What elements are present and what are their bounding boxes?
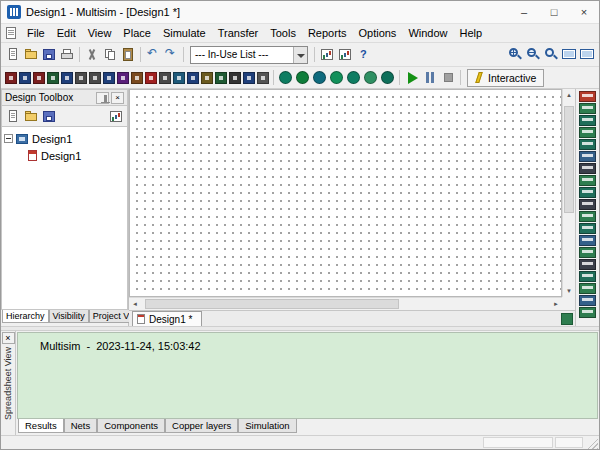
new-schematic-button[interactable] [5, 109, 21, 124]
place-mcu-button[interactable] [229, 72, 241, 84]
save-button[interactable] [41, 47, 57, 62]
scroll-left-icon[interactable]: ◄ [129, 298, 141, 310]
differential-voltage-probe-button[interactable] [330, 71, 343, 84]
digital-probe-button[interactable] [381, 71, 394, 84]
chevron-down-icon[interactable] [293, 47, 307, 63]
menu-item-simulate[interactable]: Simulate [157, 25, 212, 41]
cut-button[interactable] [84, 47, 100, 62]
menu-item-file[interactable]: File [21, 25, 51, 41]
toolbox-options-button[interactable] [108, 109, 124, 124]
open-file-button[interactable] [23, 47, 39, 62]
place-mixed-button[interactable] [117, 72, 129, 84]
word-generator-button[interactable] [579, 175, 596, 186]
menu-item-window[interactable]: Window [402, 25, 453, 41]
network-analyzer-button[interactable] [579, 247, 596, 258]
menu-item-tools[interactable]: Tools [264, 25, 302, 41]
open-design-button[interactable] [23, 109, 39, 124]
undo-button[interactable] [145, 47, 161, 62]
agilent-oscilloscope-button[interactable] [579, 283, 596, 294]
place-transistor-button[interactable] [47, 72, 59, 84]
close-button[interactable]: × [569, 1, 599, 23]
voltage-current-probe-button[interactable] [347, 71, 360, 84]
menu-item-help[interactable]: Help [454, 25, 489, 41]
frequency-counter-button[interactable] [579, 163, 596, 174]
place-basic-button[interactable] [19, 72, 31, 84]
place-advanced-peripherals-button[interactable] [173, 72, 185, 84]
collapse-icon[interactable] [4, 134, 13, 143]
function-generator-button[interactable] [579, 103, 596, 114]
four-channel-oscilloscope-button[interactable] [579, 139, 596, 150]
place-bus-button[interactable] [257, 72, 269, 84]
help-button[interactable] [355, 47, 371, 62]
close-icon[interactable]: × [111, 92, 124, 104]
save-design-button[interactable] [41, 109, 57, 124]
place-source-button[interactable] [5, 72, 17, 84]
horizontal-scrollbar[interactable]: ◄ ► [129, 297, 562, 310]
place-indicator-button[interactable] [131, 72, 143, 84]
spectrum-analyzer-button[interactable] [579, 235, 596, 246]
menu-item-reports[interactable]: Reports [302, 25, 353, 41]
tab-results[interactable]: Results [18, 419, 64, 433]
tab-visibility[interactable]: Visibility [49, 310, 89, 323]
grapher-button[interactable] [319, 47, 335, 62]
reference-probe-button[interactable] [364, 71, 377, 84]
vertical-scroll-thumb[interactable] [564, 106, 574, 213]
bode-plotter-button[interactable] [579, 151, 596, 162]
schematic-canvas[interactable] [129, 89, 562, 297]
stop-simulation-button[interactable] [440, 70, 456, 85]
analyses-button[interactable] [337, 47, 353, 62]
place-cmos-button[interactable] [89, 72, 101, 84]
menu-item-transfer[interactable]: Transfer [212, 25, 265, 41]
agilent-function-generator-button[interactable] [579, 259, 596, 270]
document-icon[interactable] [6, 27, 16, 39]
redo-button[interactable] [163, 47, 179, 62]
wattmeter-button[interactable] [579, 115, 596, 126]
iv-analyzer-button[interactable] [579, 211, 596, 222]
menu-item-place[interactable]: Place [117, 25, 157, 41]
place-connector-button[interactable] [215, 72, 227, 84]
tab-copper-layers[interactable]: Copper layers [165, 419, 238, 433]
tab-hierarchy[interactable]: Hierarchy [2, 310, 49, 323]
scroll-down-icon[interactable]: ▼ [563, 285, 575, 297]
horizontal-scroll-thumb[interactable] [145, 299, 399, 309]
new-file-button[interactable] [5, 47, 21, 62]
interactive-simulation-button[interactable]: Interactive [467, 69, 544, 87]
multimeter-button[interactable] [579, 91, 596, 102]
place-misc-digital-button[interactable] [103, 72, 115, 84]
paste-button[interactable] [120, 47, 136, 62]
zoom-area-button[interactable] [543, 47, 559, 62]
run-simulation-button[interactable] [404, 70, 420, 85]
tab-components[interactable]: Components [97, 419, 165, 433]
menu-item-options[interactable]: Options [352, 25, 402, 41]
horizontal-scroll-track[interactable] [141, 298, 550, 310]
place-ttl-button[interactable] [75, 72, 87, 84]
copy-button[interactable] [102, 47, 118, 62]
tree-node-design1-sheet[interactable]: Design1 [4, 147, 125, 164]
vertical-scrollbar[interactable]: ▲ ▼ [562, 89, 575, 297]
power-probe-button[interactable] [313, 71, 326, 84]
tab-simulation[interactable]: Simulation [238, 419, 296, 433]
vertical-scroll-track[interactable] [563, 101, 575, 285]
oscilloscope-button[interactable] [579, 127, 596, 138]
tab-nets[interactable]: Nets [64, 419, 98, 433]
zoom-out-button[interactable] [525, 47, 541, 62]
place-rf-button[interactable] [187, 72, 199, 84]
tab-list-icon[interactable] [561, 313, 573, 325]
place-electromechanical-button[interactable] [201, 72, 213, 84]
menu-item-edit[interactable]: Edit [51, 25, 82, 41]
menu-item-view[interactable]: View [82, 25, 118, 41]
logic-converter-button[interactable] [579, 187, 596, 198]
resize-grip[interactable] [585, 436, 598, 449]
voltage-probe-button[interactable] [279, 71, 292, 84]
in-use-list-dropdown[interactable]: --- In-Use List --- [190, 46, 308, 64]
close-icon[interactable]: × [2, 332, 15, 344]
place-analog-button[interactable] [61, 72, 73, 84]
agilent-multimeter-button[interactable] [579, 271, 596, 282]
zoom-fit-page-button[interactable] [561, 47, 577, 62]
logic-analyzer-button[interactable] [579, 199, 596, 210]
current-probe-button[interactable] [296, 71, 309, 84]
zoom-full-screen-button[interactable] [579, 47, 595, 62]
scroll-up-icon[interactable]: ▲ [563, 89, 575, 101]
pin-icon[interactable] [96, 92, 109, 104]
minimize-button[interactable]: – [509, 1, 539, 23]
